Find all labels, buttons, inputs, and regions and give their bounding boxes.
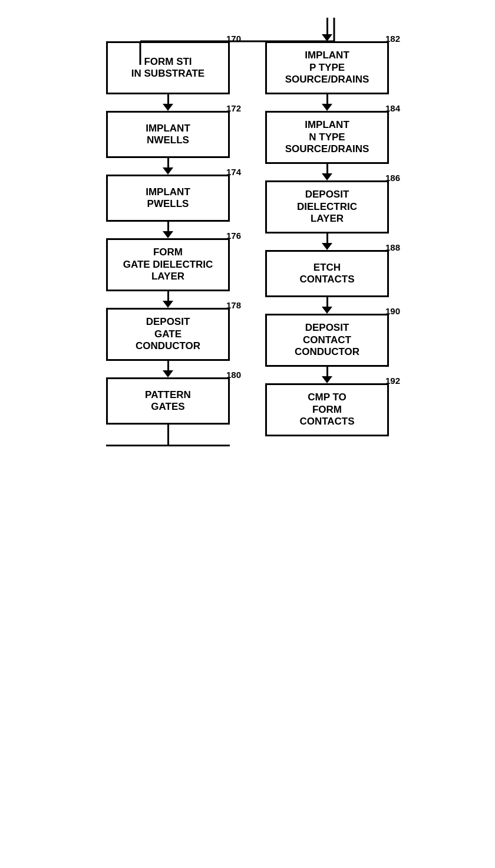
arrow-line	[326, 18, 328, 34]
block-192-text: CMP TOFORMCONTACTS	[299, 392, 354, 428]
block-176-text: FORMGATE DIELECTRICLAYER	[123, 246, 213, 282]
arrow-170-172	[163, 94, 173, 111]
ref-192: 192	[385, 376, 400, 386]
ref-174: 174	[226, 167, 241, 177]
arrow-190-192	[322, 367, 332, 383]
arrow-head	[322, 307, 332, 314]
bottom-line-horiz	[106, 445, 230, 446]
block-180: 180 PATTERNGATES	[106, 377, 230, 425]
arrow-head	[163, 104, 173, 111]
arrow-line	[167, 361, 169, 370]
left-column: 170 FORM STIIN SUBSTRATE 172 IMPLANTNWEL…	[106, 41, 230, 446]
arrow-head	[163, 167, 173, 175]
arrow-176-178	[163, 291, 173, 308]
block-174: 174 IMPLANTPWELLS	[106, 175, 230, 222]
step-182: 182 IMPLANTP TYPESOURCE/DRAINS	[265, 41, 389, 94]
block-174-text: IMPLANTPWELLS	[146, 186, 190, 211]
arrow-line	[326, 234, 328, 243]
arrow-186-188	[322, 234, 332, 250]
step-170: 170 FORM STIIN SUBSTRATE	[106, 41, 230, 94]
arrow-172-174	[163, 158, 173, 175]
arrow-line	[326, 94, 328, 104]
arrow-head	[322, 104, 332, 111]
ref-172: 172	[226, 103, 241, 114]
top-arrow-right	[322, 18, 332, 41]
arrow-line	[167, 291, 169, 301]
block-184: 184 IMPLANTN TYPESOURCE/DRAINS	[265, 111, 389, 164]
step-172: 172 IMPLANTNWELLS	[106, 111, 230, 158]
block-182-text: IMPLANTP TYPESOURCE/DRAINS	[285, 50, 369, 86]
block-180-text: PATTERNGATES	[145, 389, 191, 413]
arrow-head	[322, 34, 332, 41]
block-182: 182 IMPLANTP TYPESOURCE/DRAINS	[265, 41, 389, 94]
bottom-line-down	[167, 425, 169, 445]
arrow-184-186	[322, 164, 332, 180]
step-188: 188 ETCHCONTACTS	[265, 250, 389, 297]
arrow-head	[163, 301, 173, 308]
block-190-text: DEPOSITCONTACTCONDUCTOR	[295, 322, 359, 358]
right-column: 182 IMPLANTP TYPESOURCE/DRAINS 184 IMPLA…	[265, 18, 389, 436]
block-192: 192 CMP TOFORMCONTACTS	[265, 383, 389, 436]
ref-186: 186	[385, 173, 400, 183]
block-186: 186 DEPOSITDIELECTRICLAYER	[265, 180, 389, 234]
arrow-174-176	[163, 222, 173, 238]
block-188-text: ETCHCONTACTS	[299, 262, 354, 286]
block-170: 170 FORM STIIN SUBSTRATE	[106, 41, 230, 94]
block-172: 172 IMPLANTNWELLS	[106, 111, 230, 158]
step-176: 176 FORMGATE DIELECTRICLAYER	[106, 238, 230, 291]
block-176: 176 FORMGATE DIELECTRICLAYER	[106, 238, 230, 291]
step-186: 186 DEPOSITDIELECTRICLAYER	[265, 180, 389, 234]
block-184-text: IMPLANTN TYPESOURCE/DRAINS	[285, 119, 369, 155]
step-184: 184 IMPLANTN TYPESOURCE/DRAINS	[265, 111, 389, 164]
arrow-head	[322, 243, 332, 250]
step-178: 178 DEPOSITGATECONDUCTOR	[106, 308, 230, 361]
arrow-178-180	[163, 361, 173, 377]
ref-178: 178	[226, 300, 241, 311]
ref-190: 190	[385, 306, 400, 317]
arrow-head	[322, 173, 332, 180]
arrow-head	[163, 231, 173, 238]
block-170-text: FORM STIIN SUBSTRATE	[131, 56, 204, 80]
arrow-head	[322, 376, 332, 383]
block-178-text: DEPOSITGATECONDUCTOR	[136, 316, 200, 352]
ref-176: 176	[226, 231, 241, 241]
ref-180: 180	[226, 370, 241, 380]
block-178: 178 DEPOSITGATECONDUCTOR	[106, 308, 230, 361]
block-188: 188 ETCHCONTACTS	[265, 250, 389, 297]
arrow-line	[326, 297, 328, 307]
block-186-text: DEPOSITDIELECTRICLAYER	[297, 189, 357, 225]
arrow-line	[167, 222, 169, 231]
step-192: 192 CMP TOFORMCONTACTS	[265, 383, 389, 436]
ref-170: 170	[226, 34, 241, 44]
arrow-188-190	[322, 297, 332, 314]
arrow-head	[163, 370, 173, 377]
block-190: 190 DEPOSITCONTACTCONDUCTOR	[265, 314, 389, 367]
block-172-text: IMPLANTNWELLS	[146, 123, 190, 147]
arrow-line	[167, 158, 169, 167]
step-180: 180 PATTERNGATES	[106, 377, 230, 425]
diagram-container: 170 FORM STIIN SUBSTRATE 172 IMPLANTNWEL…	[0, 0, 495, 868]
step-174: 174 IMPLANTPWELLS	[106, 175, 230, 222]
ref-184: 184	[385, 103, 400, 114]
ref-182: 182	[385, 34, 400, 44]
arrow-line	[326, 367, 328, 376]
arrow-line	[167, 94, 169, 104]
ref-188: 188	[385, 242, 400, 253]
step-190: 190 DEPOSITCONTACTCONDUCTOR	[265, 314, 389, 367]
arrow-line	[326, 164, 328, 173]
arrow-182-184	[322, 94, 332, 111]
